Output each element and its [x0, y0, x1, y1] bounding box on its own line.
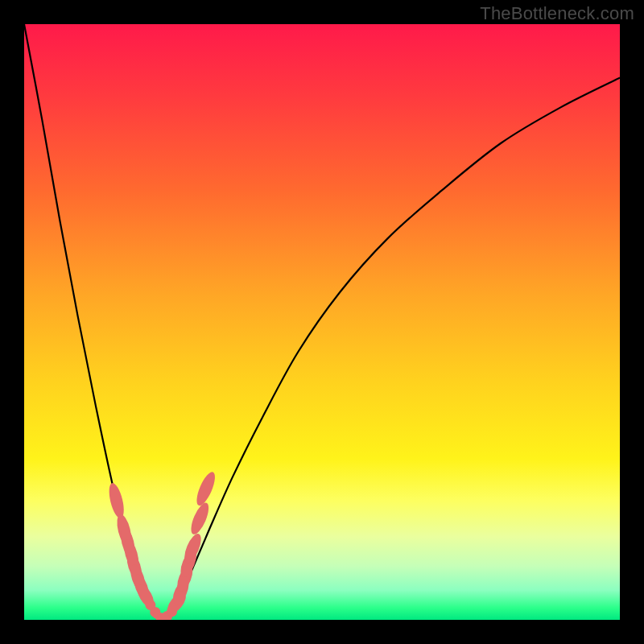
plot-area: [24, 24, 620, 620]
bottleneck-curve: [24, 24, 620, 620]
benchmark-dot: [153, 611, 161, 619]
chart-svg: [24, 24, 620, 620]
chart-frame: TheBottleneck.com: [0, 0, 644, 644]
benchmark-dot: [193, 470, 219, 508]
benchmark-dot: [106, 481, 126, 519]
benchmark-dots-group: [106, 470, 218, 620]
watermark-text: TheBottleneck.com: [480, 3, 634, 24]
